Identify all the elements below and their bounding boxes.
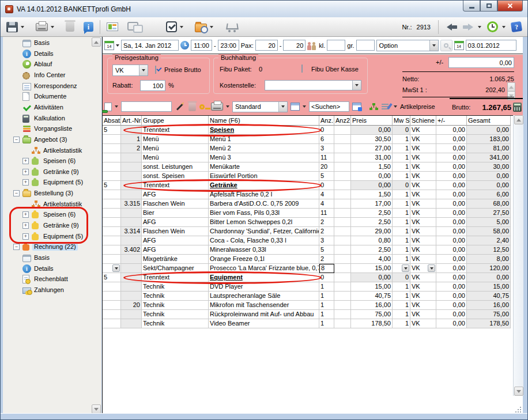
print-dropdown-icon[interactable] [51,26,54,28]
grid-view-icon[interactable] [291,103,300,111]
close-button[interactable] [497,1,523,12]
collapse-box-icon[interactable]: − [13,190,20,196]
cell-mwst[interactable]: 1 [393,264,410,273]
recent-dropdown-icon[interactable] [502,26,506,28]
cell-schiene[interactable]: VK [410,264,436,273]
cell-anz[interactable]: 8 [319,264,334,273]
cart-icon[interactable] [225,22,238,32]
delete-icon[interactable] [66,22,74,32]
maximize-button[interactable] [480,1,497,12]
back-icon[interactable] [446,22,458,32]
sidebar-item-artikelstatistik[interactable]: Artikelstatistik [3,199,92,210]
artikelpreise-button[interactable]: Artikelpreise [400,103,435,110]
column-header-preis[interactable]: Preis [351,116,393,126]
calculator-icon[interactable] [513,103,522,112]
spinner-up-button[interactable] [507,82,515,92]
kostenstelle-select[interactable] [265,80,361,90]
sidebar-item-artikelstatistik[interactable]: Artikelstatistik [3,146,92,156]
scroll-up-button[interactable] [92,37,101,47]
cell-dropdown-button[interactable] [402,264,409,272]
cell-dropdown-button[interactable] [112,264,120,272]
key-icon[interactable] [199,104,205,109]
column-header-gruppe[interactable]: Gruppe [142,116,209,126]
hierarchy-icon[interactable] [369,103,379,111]
cell-pm[interactable]: 0,00 [436,264,467,273]
cell-name[interactable]: Prosecco 'La Marca' Frizzante blue, 0,75 [209,264,319,273]
grid-scroll-down-button[interactable] [514,387,523,396]
expand-box-icon[interactable]: + [22,233,29,240]
sidebar-item-equipment-5[interactable]: +Equipment (5) [3,232,92,242]
cell-anz2[interactable] [334,264,351,273]
chat-bubbles-icon[interactable] [127,22,142,32]
sidebar-item-speisen-6[interactable]: +Speisen (6) [3,210,92,220]
save-dropdown-icon[interactable] [21,26,24,28]
kl-input[interactable] [327,40,345,51]
time-from-input[interactable]: 11:00 [191,40,212,51]
new-item-icon[interactable] [104,103,112,111]
layout-dropdown-button[interactable] [278,102,287,112]
resize-grip[interactable] [514,406,522,414]
search-date-button[interactable] [440,40,452,51]
sidebar-item-kalkulation[interactable]: Kalkulation [3,113,92,124]
sidebar-item-korrespondenz[interactable]: Korrespondenz [3,81,92,92]
sidebar-item-dokumente[interactable]: Dokumente [3,92,92,102]
folder-history-icon[interactable] [195,24,207,32]
pax-from-input[interactable]: 20 [255,40,278,51]
layout-select[interactable]: Standard [232,101,288,112]
sidebar-item-aktivitäten[interactable]: Aktivitäten [3,103,92,113]
cell-preis[interactable]: 15,00 [351,264,393,273]
option-dropdown-button[interactable] [429,40,438,51]
column-header-schiene[interactable]: Schiene [410,116,436,126]
column-header-artnr[interactable]: Art.-Nr. [121,116,142,126]
print-list-icon[interactable] [211,103,223,111]
new-item-dropdown-icon[interactable] [115,105,118,108]
sidebar-item-rechnung-22[interactable]: −Rechnung (22) [3,242,92,252]
help-icon[interactable]: ? [511,21,522,32]
sidebar-item-angebot-3[interactable]: −Angebot (3) [3,135,92,145]
column-header-absatz[interactable]: Absatz [103,116,121,126]
sidebar-item-zahlungen[interactable]: Zahlungen [3,285,92,296]
adjust-input[interactable]: 0,00 [448,57,514,68]
schiene-dropdown-button[interactable] [139,65,148,75]
grid-scroll-up-button[interactable] [514,115,523,124]
rabatt-input[interactable]: 100 [140,80,165,91]
sidebar-item-ablauf[interactable]: Ablauf [3,59,92,70]
column-header-name[interactable]: Name (F6) [209,116,319,126]
search-input[interactable]: <Suchen> [309,101,349,112]
collapse-box-icon[interactable]: − [13,137,20,143]
time-to-input[interactable]: 23:00 [218,40,239,51]
sidebar-scrollbar[interactable] [92,37,101,414]
expand-box-icon[interactable]: + [22,211,29,218]
calendar-icon[interactable]: 14 [104,41,114,50]
sidebar-item-equipment-5[interactable]: +Equipment (5) [3,177,92,188]
column-header-pm[interactable]: +/- [436,116,467,126]
sidebar-item-getränke-9[interactable]: +Getränke (9) [3,221,92,231]
collapse-box-icon[interactable]: − [13,244,20,250]
sidebar-item-speisen-6[interactable]: +Speisen (6) [3,156,92,167]
scroll-down-button[interactable] [92,404,101,414]
history-dropdown-icon[interactable] [478,26,481,28]
expand-box-icon[interactable]: + [22,169,29,175]
cell-gesamt[interactable]: 120,00 [467,264,511,273]
preise-brutto-checkbox[interactable] [155,66,156,74]
expand-box-icon[interactable]: + [22,179,29,186]
expand-box-icon[interactable]: + [22,158,29,164]
tasks-dropdown-icon[interactable] [180,26,183,28]
print-icon[interactable] [36,23,48,31]
column-header-anz[interactable]: Anz. [319,116,334,126]
column-header-anz2[interactable]: Anz2 [334,116,351,126]
info-icon[interactable]: i [84,22,93,32]
delete-row-icon[interactable] [188,103,196,111]
schiene-select[interactable]: VK [112,65,148,76]
forward-icon[interactable] [462,22,474,32]
pax-to-input[interactable]: 20 [283,40,306,51]
tasks-check-icon[interactable] [166,21,177,32]
sidebar-item-details[interactable]: Details [3,264,92,274]
sidebar-item-basis[interactable]: Basis [3,38,92,48]
sidebar-item-vorgangsliste[interactable]: Vorgangsliste [3,124,92,134]
column-header-gesamt[interactable]: Gesamt [467,116,511,126]
sidebar-item-basis[interactable]: Basis [3,253,92,263]
list-edit-dropdown-icon[interactable] [394,105,397,108]
sidebar-item-rechenblatt[interactable]: Rechenblatt [3,274,92,285]
recent-clock-icon[interactable] [487,21,498,32]
